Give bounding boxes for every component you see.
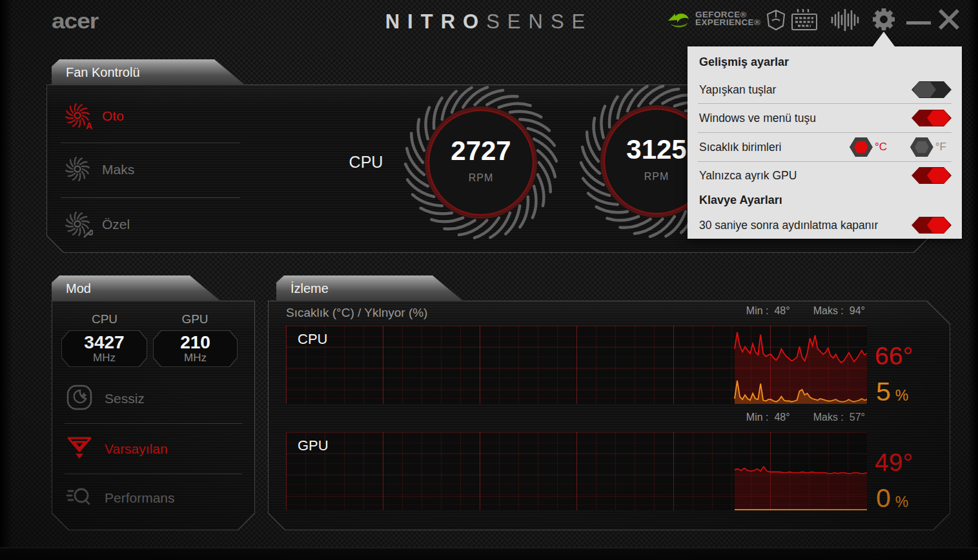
fan-custom-icon (63, 210, 93, 239)
close-icon (937, 8, 961, 31)
cpu-fan-rpm-unit: RPM (400, 172, 562, 184)
quiet-moon-icon (66, 384, 96, 414)
monitoring-tab: İzleme (276, 275, 464, 301)
monitoring-panel: İzleme Sıcaklık (°C) / Yklnyor (%) Min :… (268, 275, 950, 530)
win-menu-key-row: Windows ve menü tuşu (699, 105, 952, 131)
app-title-nitro: NITRO (385, 10, 486, 33)
dropdown-pointer (873, 32, 895, 46)
fan-control-tab: Fan Kontrolü (52, 59, 245, 85)
backlight-off-toggle[interactable] (912, 217, 952, 234)
discrete-gpu-toggle[interactable] (912, 167, 952, 184)
keyboard-settings-header: Klavye Ayarları (699, 194, 782, 207)
mode-tab: Mod (52, 275, 221, 301)
cpu-clock-value: 3427 (61, 332, 147, 353)
divider (61, 143, 240, 143)
window-bottom-edge (0, 547, 978, 560)
audio-wave-button[interactable] (830, 7, 860, 35)
app-title-sense: SENSE (486, 10, 593, 33)
app-title: NITROSENSE (385, 10, 593, 34)
settings-header: Gelişmiş ayarlar (699, 55, 789, 69)
gpu-clock-label: GPU (159, 312, 230, 326)
divider (65, 423, 242, 424)
gpu-chart-label: GPU (298, 437, 329, 454)
game-badge-icon (766, 9, 786, 31)
divider (61, 197, 240, 198)
performance-icon (66, 483, 96, 513)
game-badge-button[interactable] (766, 9, 786, 34)
cpu-fan-label: CPU (340, 153, 392, 172)
monitoring-title: İzleme (276, 275, 464, 301)
acer-logo: acer (52, 9, 98, 34)
temp-units-row: Sıcaklık birimleri °C °F (699, 134, 952, 160)
gpu-current-load: 0% (876, 483, 908, 514)
keyboard-lighting-button[interactable] (790, 8, 820, 34)
unit-celsius[interactable]: °C (850, 137, 887, 157)
cpu-clock-unit: MHz (61, 352, 147, 365)
gpu-temp-chart: GPU (286, 432, 867, 510)
monitoring-subtitle: Sıcaklık (°C) / Yklnyor (%) (286, 306, 427, 320)
gpu-clock-box: 210 MHz (153, 330, 238, 367)
minimize-button[interactable] (906, 9, 932, 26)
mode-default[interactable]: Varsayılan (66, 435, 168, 463)
cpu-fan-gauge: 2727 RPM (400, 82, 562, 243)
cpu-temp-chart: CPU (286, 326, 867, 404)
fan-mode-custom[interactable]: Özel (63, 210, 130, 239)
audio-wave-icon (830, 7, 860, 33)
close-button[interactable] (937, 8, 961, 34)
mode-panel: Mod CPU GPU 3427 MHz 210 MHz Sessiz (52, 275, 255, 530)
fan-mode-auto[interactable]: A Oto (63, 102, 124, 130)
fan-mode-max[interactable]: Maks (63, 155, 134, 184)
celsius-hex-icon (850, 137, 873, 157)
window-right-bevel (968, 0, 978, 560)
default-nitro-icon (66, 434, 96, 464)
keyboard-icon (790, 8, 820, 32)
cpu-current-load: 5% (876, 377, 908, 407)
geforce-experience-button[interactable]: GEFORCE® EXPERIENCE® (666, 7, 760, 30)
gpu-clock-unit: MHz (153, 352, 238, 365)
divider (698, 103, 952, 104)
fan-control-title: Fan Kontrolü (52, 59, 245, 85)
divider (698, 161, 952, 162)
mode-performance[interactable]: Performans (66, 484, 175, 512)
mode-title: Mod (52, 275, 221, 301)
advanced-settings-menu: Gelişmiş ayarlar Yapışkan tuşlar Windows… (688, 46, 962, 239)
divider (698, 132, 952, 133)
gpu-clock-value: 210 (153, 332, 238, 353)
fan-max-icon (63, 155, 93, 185)
divider (65, 474, 242, 474)
cpu-minmax: Min :48° Maks :94° (746, 305, 865, 317)
window-left-bevel (0, 0, 13, 560)
nitrosense-window: acer NITROSENSE GEFORCE® EXPERIENCE® (0, 0, 978, 560)
fahrenheit-hex-icon (910, 137, 933, 157)
gpu-minmax: Min :48° Maks :57° (746, 412, 865, 423)
minimize-icon (906, 21, 931, 25)
geforce-experience-label: GEFORCE® EXPERIENCE® (695, 11, 760, 27)
cpu-current-temp: 66° (875, 342, 913, 370)
backlight-off-row: 30 saniye sonra aydınlatma kapanır (699, 212, 952, 238)
cpu-clock-label: CPU (69, 312, 140, 326)
unit-fahrenheit[interactable]: °F (910, 137, 946, 157)
cpu-chart-label: CPU (298, 331, 327, 348)
sticky-keys-toggle[interactable] (912, 81, 952, 98)
cpu-fan-rpm: 2727 (400, 135, 562, 166)
gear-icon (870, 6, 897, 33)
discrete-gpu-row: Yalnızca ayrık GPU (699, 163, 952, 188)
fan-auto-icon: A (63, 101, 93, 131)
cpu-clock-box: 3427 MHz (61, 330, 147, 367)
geforce-experience-icon (666, 7, 692, 30)
gpu-current-temp: 49° (875, 448, 913, 477)
sticky-keys-row: Yapışkan tuşlar (699, 77, 952, 103)
mode-quiet[interactable]: Sessiz (66, 385, 145, 413)
win-menu-key-toggle[interactable] (912, 110, 952, 126)
